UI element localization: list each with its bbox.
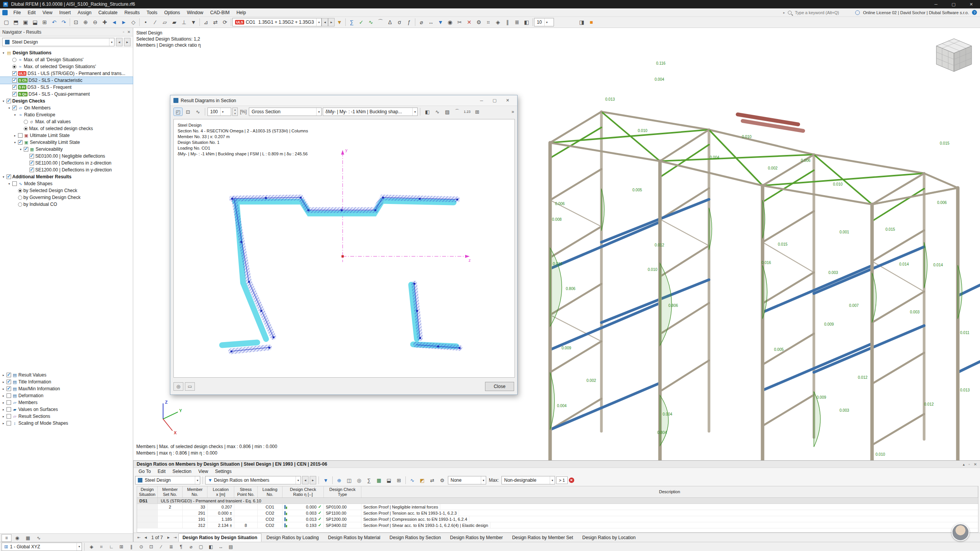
tree-max-of-all-design-situations-[interactable]: ≈Max. of all 'Design Situations'	[0, 56, 133, 63]
stress-points-icon[interactable]: ⊡	[183, 108, 193, 116]
next-mode-button[interactable]: ►	[124, 38, 131, 46]
internal-forces-icon[interactable]: Δ	[385, 18, 395, 27]
dxf-underlay-icon[interactable]: ▤	[226, 543, 235, 551]
open-file-icon[interactable]: ⬒	[11, 18, 21, 27]
search-table-icon[interactable]: ◎	[354, 476, 364, 484]
measure-icon[interactable]: ⌀	[186, 543, 196, 551]
render-icon[interactable]: ◧	[522, 18, 531, 27]
dropdown-icon[interactable]: ▾	[316, 18, 321, 26]
tree-title-information[interactable]: ▸▤Title Information	[0, 378, 133, 385]
tree-se1200-00-deflections-in-y-direction[interactable]: SE1200.00 | Deflections in y-direction	[0, 166, 133, 173]
guidelines-icon[interactable]: ∥	[127, 543, 136, 551]
line-icon[interactable]: ∕	[150, 18, 160, 27]
menu-edit[interactable]: Edit	[24, 8, 39, 16]
table-menu-edit[interactable]: Edit	[154, 469, 169, 474]
dialog-titlebar[interactable]: Result Diagrams in Section ─▢✕	[170, 95, 517, 106]
tree-ds3-sls-frequent[interactable]: S FrDS3 - SLS - Frequent	[0, 84, 133, 91]
tree-result-values[interactable]: ▸▤Result Values	[0, 372, 133, 378]
result-table-icon[interactable]: ⊞	[472, 108, 482, 116]
color-scale-icon[interactable]: ■	[586, 18, 596, 27]
result-diagrams-dialog[interactable]: Result Diagrams in Section ─▢✕ ◰⊡∿ 100 ▾…	[170, 95, 518, 395]
table-tab-4[interactable]: Design Ratios by Section	[385, 533, 445, 542]
table-float-icon[interactable]: ▫	[969, 462, 970, 466]
undo-icon[interactable]: ↶	[49, 18, 59, 27]
pan-icon[interactable]: ✚	[100, 18, 109, 27]
object-snap-icon[interactable]: ⊙	[137, 543, 146, 551]
design-mode-combo[interactable]: Steel Design ▾	[2, 38, 114, 46]
dialog-close-button[interactable]: ✕	[501, 96, 514, 105]
print-section-icon[interactable]: ▭	[185, 382, 195, 391]
sum-icon[interactable]: ∑	[364, 476, 374, 484]
tree-by-governing-design-check[interactable]: by Governing Design Check	[0, 194, 133, 201]
next-table-button[interactable]: ►	[310, 476, 316, 484]
show-results-icon[interactable]: ∿	[366, 18, 376, 27]
smooth-diagram-icon[interactable]: ⌒	[452, 108, 462, 116]
coordinate-system-combo[interactable]: ⊞ 1 - Global XYZ ▾	[2, 543, 82, 551]
keyword-search-input[interactable]	[795, 10, 852, 15]
diagram-hatch-icon[interactable]: ▨	[443, 108, 452, 116]
table-tab-2[interactable]: Design Ratios by Loading	[262, 533, 323, 542]
tree-scaling-of-mode-shapes[interactable]: ▸↕Scaling of Mode Shapes	[0, 420, 133, 427]
snap-icon[interactable]: ◈	[493, 18, 503, 27]
menu-help[interactable]: Help	[233, 8, 250, 16]
dropdown-icon[interactable]: ▾	[195, 476, 200, 484]
tree-by-individual-co[interactable]: by Individual CO	[0, 201, 133, 208]
tree-on-members[interactable]: ▾▱On Members	[0, 104, 133, 111]
dropdown-icon[interactable]: ▾	[77, 543, 82, 551]
cartesian-icon[interactable]: ⊞	[117, 543, 126, 551]
column-header[interactable]: DesignSituation	[137, 486, 158, 497]
select-line-icon[interactable]: ∕	[157, 543, 166, 551]
visibility-icon[interactable]: ◉	[445, 18, 455, 27]
result-diagram-icon[interactable]: ∿	[193, 108, 203, 116]
user-avatar[interactable]	[952, 523, 969, 541]
move-icon[interactable]: ⇄	[211, 18, 220, 27]
next-table-icon[interactable]: ►	[165, 535, 172, 540]
dropdown-icon[interactable]: ▾	[544, 18, 549, 26]
navigator-close-icon[interactable]: ✕	[127, 30, 131, 34]
section-geometry-icon[interactable]: ◰	[173, 108, 183, 116]
tree-serviceability-limit-state[interactable]: ▾▣Serviceability Limit State	[0, 139, 133, 146]
zoom-window-icon[interactable]: ⊡	[71, 18, 81, 27]
table-tab-5[interactable]: Design Ratios by Member	[446, 533, 507, 542]
tree-se1100-00-deflections-in-z-direction[interactable]: SE1100.00 | Deflections in z-direction	[0, 160, 133, 166]
view-mode-icon[interactable]: ◫	[345, 476, 354, 484]
menu-calculate[interactable]: Calculate	[95, 8, 121, 16]
result-chart-icon[interactable]: ∿	[408, 476, 417, 484]
save-file-icon[interactable]: ▣	[21, 18, 30, 27]
last-table-icon[interactable]: ⇥	[172, 535, 178, 540]
menu-insert[interactable]: Insert	[56, 8, 74, 16]
menu-window[interactable]: Window	[183, 8, 207, 16]
table-row[interactable]: 1911.185CO20.013✓SP1200.00Section Proof …	[137, 516, 978, 522]
snap-icon[interactable]: ◈	[87, 543, 96, 551]
rotate-icon[interactable]: ⟳	[220, 18, 230, 27]
tree-design-situations[interactable]: ▾▤Design Situations	[0, 49, 133, 56]
jump-to-model-icon[interactable]: ⊕	[335, 476, 344, 484]
close-button[interactable]: ✕	[962, 0, 980, 8]
column-header[interactable]: Design CheckType	[324, 486, 361, 497]
design-situation-group-row[interactable]: DS1 ULS (STR/GEO) - Permanent and transi…	[137, 498, 978, 504]
tree-additional-member-results[interactable]: ▾Additional Member Results	[0, 173, 133, 180]
ratio-filter-toggle[interactable]: > 1	[556, 476, 568, 484]
max-filter-combo[interactable]: Non-designable ▾	[501, 476, 555, 484]
first-table-icon[interactable]: ⇤	[136, 535, 142, 540]
table-filter-icon[interactable]: ▼	[321, 476, 330, 484]
table-tab-3[interactable]: Design Ratios by Material	[324, 533, 385, 542]
load-icon[interactable]: ▼	[189, 18, 198, 27]
tree-serviceability[interactable]: ▾▦Serviceability	[0, 146, 133, 153]
dialog-maximize-button[interactable]: ▢	[488, 96, 501, 105]
node-icon[interactable]: •	[141, 18, 150, 27]
help-icon[interactable]: ?	[972, 10, 977, 15]
ruler-icon[interactable]: ↔	[216, 543, 225, 551]
result-type-combo[interactable]: δMy- | My- : -1 kNm | Buckling shap... ▾	[323, 108, 418, 116]
navigator-tab-data[interactable]: ≡	[2, 534, 11, 542]
deformations-icon[interactable]: ⌒	[376, 18, 385, 27]
export-excel-icon[interactable]: ▦	[374, 476, 384, 484]
filter-icon[interactable]: ▼	[436, 18, 445, 27]
dropdown-icon[interactable]: ▾	[481, 476, 486, 484]
table-tab-6[interactable]: Design Ratios by Member Set	[508, 533, 577, 542]
settings-table-icon[interactable]: ⚙	[438, 476, 447, 484]
table-mode-combo[interactable]: Steel Design ▾	[135, 476, 200, 484]
copy-icon[interactable]: ⊞	[40, 18, 49, 27]
clipping-box-icon[interactable]: ▢	[196, 543, 206, 551]
dropdown-icon[interactable]: ▾	[220, 108, 225, 116]
